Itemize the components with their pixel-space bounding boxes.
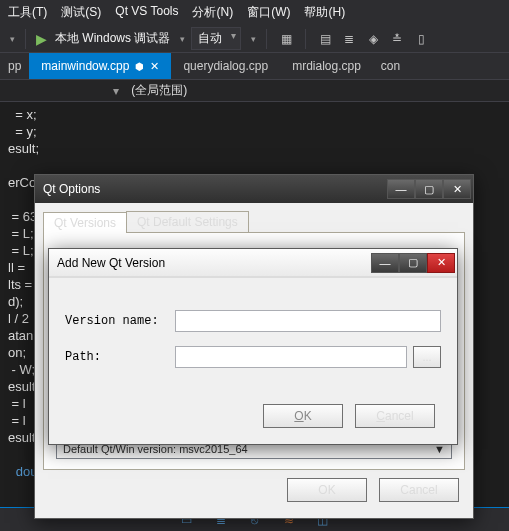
path-label: Path: bbox=[65, 350, 175, 364]
tab-qt-default-settings[interactable]: Qt Default Settings bbox=[126, 211, 249, 232]
extra-dropdown-icon[interactable]: ▾ bbox=[251, 34, 256, 44]
toolbar: ▾ ▶ 本地 Windows 调试器 ▾ 自动 ▾ ▦ ▤ ≣ ◈ ≛ ▯ bbox=[0, 25, 509, 53]
debug-target[interactable]: 本地 Windows 调试器 bbox=[55, 30, 170, 47]
maximize-button[interactable]: ▢ bbox=[399, 253, 427, 273]
scope-label[interactable]: (全局范围) bbox=[125, 82, 187, 99]
cancel-button[interactable]: Cancel bbox=[355, 404, 435, 428]
separator bbox=[25, 29, 26, 49]
cancel-button[interactable]: Cancel bbox=[379, 478, 459, 502]
close-button[interactable]: ✕ bbox=[443, 179, 471, 199]
tab-overflow-right[interactable]: con bbox=[373, 53, 408, 79]
toolbar-icon-5[interactable]: ≛ bbox=[388, 30, 406, 48]
toolbar-icon-2[interactable]: ▤ bbox=[316, 30, 334, 48]
config-dropdown-icon[interactable]: ▾ bbox=[10, 34, 15, 44]
tab-qt-versions[interactable]: Qt Versions bbox=[43, 212, 127, 233]
menu-test[interactable]: 测试(S) bbox=[61, 4, 101, 21]
scope-dropdown-icon[interactable]: ▾ bbox=[107, 84, 125, 98]
browse-button[interactable]: ... bbox=[413, 346, 441, 368]
toolbar-icon-3[interactable]: ≣ bbox=[340, 30, 358, 48]
scope-bar: ▾ (全局范围) bbox=[0, 80, 509, 102]
ok-button[interactable]: OK bbox=[263, 404, 343, 428]
maximize-button[interactable]: ▢ bbox=[415, 179, 443, 199]
version-name-input[interactable] bbox=[175, 310, 441, 332]
separator bbox=[266, 29, 267, 49]
toolbar-icon-6[interactable]: ▯ bbox=[412, 30, 430, 48]
document-tabs: pp mainwindow.cpp ⬢ ✕ querydialog.cpp mr… bbox=[0, 53, 509, 80]
path-row: Path: ... bbox=[65, 346, 441, 368]
debug-dropdown-icon[interactable]: ▾ bbox=[180, 34, 185, 44]
menu-window[interactable]: 窗口(W) bbox=[247, 4, 290, 21]
tab-mrdialog[interactable]: mrdialog.cpp bbox=[280, 53, 373, 79]
tab-overflow-left[interactable]: pp bbox=[0, 53, 29, 79]
menu-qtvstools[interactable]: Qt VS Tools bbox=[115, 4, 178, 21]
add-qt-version-titlebar[interactable]: Add New Qt Version — ▢ ✕ bbox=[49, 249, 457, 277]
close-button[interactable]: ✕ bbox=[427, 253, 455, 273]
menu-tools[interactable]: 工具(T) bbox=[8, 4, 47, 21]
toolbar-icon-4[interactable]: ◈ bbox=[364, 30, 382, 48]
minimize-button[interactable]: — bbox=[371, 253, 399, 273]
menu-analyze[interactable]: 分析(N) bbox=[192, 4, 233, 21]
menu-help[interactable]: 帮助(H) bbox=[304, 4, 345, 21]
close-icon[interactable]: ✕ bbox=[150, 60, 159, 73]
add-qt-version-buttons: OK Cancel bbox=[65, 396, 441, 436]
qt-options-tabs: Qt Versions Qt Default Settings bbox=[43, 211, 465, 233]
config-combo[interactable]: 自动 bbox=[191, 27, 241, 50]
ok-button[interactable]: OK bbox=[287, 478, 367, 502]
tab-querydialog[interactable]: querydialog.cpp bbox=[171, 53, 280, 79]
add-qt-version-title: Add New Qt Version bbox=[57, 256, 371, 270]
pin-icon[interactable]: ⬢ bbox=[135, 61, 144, 72]
separator bbox=[305, 29, 306, 49]
version-name-row: Version name: bbox=[65, 310, 441, 332]
add-qt-version-body: Version name: Path: ... OK Cancel bbox=[49, 277, 457, 444]
qt-options-titlebar[interactable]: Qt Options — ▢ ✕ bbox=[35, 175, 473, 203]
qt-options-title: Qt Options bbox=[43, 182, 387, 196]
play-icon[interactable]: ▶ bbox=[36, 31, 47, 47]
add-qt-version-dialog: Add New Qt Version — ▢ ✕ Version name: P… bbox=[48, 248, 458, 445]
tab-mainwindow[interactable]: mainwindow.cpp ⬢ ✕ bbox=[29, 53, 171, 79]
toolbar-icon-1[interactable]: ▦ bbox=[277, 30, 295, 48]
path-input[interactable] bbox=[175, 346, 407, 368]
tab-label: mainwindow.cpp bbox=[41, 59, 129, 73]
qt-options-buttons: OK Cancel bbox=[43, 470, 465, 510]
version-name-label: Version name: bbox=[65, 314, 175, 328]
minimize-button[interactable]: — bbox=[387, 179, 415, 199]
menu-bar: 工具(T) 测试(S) Qt VS Tools 分析(N) 窗口(W) 帮助(H… bbox=[0, 0, 509, 25]
